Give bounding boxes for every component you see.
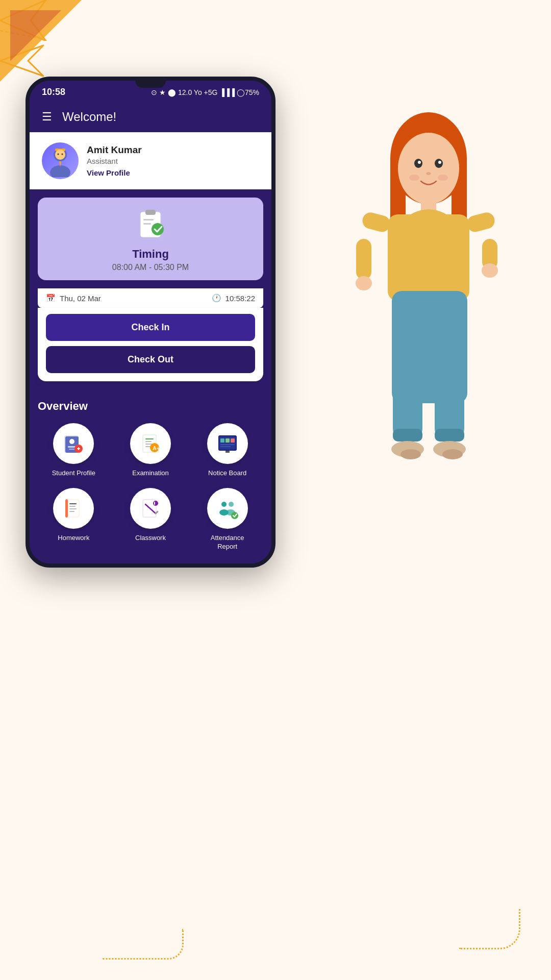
time-text: 10:58:22 — [226, 294, 255, 303]
homework-icon-circle — [53, 488, 94, 529]
svg-rect-42 — [69, 511, 74, 512]
phone-notch — [135, 81, 166, 88]
checkout-button[interactable]: Check Out — [46, 346, 255, 373]
svg-rect-78 — [435, 429, 464, 442]
dotted-decoration-right — [459, 909, 520, 949]
svg-point-4 — [58, 154, 59, 155]
overview-item-notice-board[interactable]: Notice Board — [191, 423, 263, 478]
svg-rect-69 — [356, 239, 371, 280]
profile-name: Amit Kumar — [87, 144, 259, 156]
student-profile-label: Student Profile — [52, 469, 95, 478]
svg-rect-10 — [143, 219, 154, 220]
checkin-button[interactable]: Check In — [46, 314, 255, 341]
svg-rect-34 — [220, 446, 231, 447]
svg-rect-38 — [65, 499, 68, 518]
homework-icon — [62, 497, 85, 520]
dotted-decoration-left — [102, 929, 184, 960]
avatar-svg — [44, 144, 77, 177]
svg-point-3 — [55, 150, 65, 160]
svg-rect-25 — [145, 446, 151, 447]
svg-rect-40 — [69, 506, 76, 507]
svg-point-61 — [438, 161, 441, 164]
svg-rect-41 — [69, 508, 77, 509]
svg-rect-35 — [226, 451, 230, 453]
svg-point-82 — [442, 449, 463, 459]
attendance-report-icon-circle — [207, 488, 248, 529]
overview-item-attendance-report[interactable]: AttendanceReport — [191, 488, 263, 551]
phone-container: 10:58 ⊙ ★ ⬤ 12.0 Yo +5G ▐▐▐ ◯75% ☰ Welco… — [26, 77, 301, 568]
time-display: 🕐 10:58:22 — [212, 293, 255, 303]
svg-rect-39 — [69, 503, 77, 504]
svg-rect-31 — [226, 438, 230, 443]
svg-rect-23 — [145, 441, 152, 442]
svg-point-5 — [62, 154, 63, 155]
calendar-icon: 📅 — [46, 293, 56, 303]
svg-rect-32 — [231, 438, 235, 443]
deco-top-left — [0, 0, 82, 82]
plane-decoration-left — [0, 0, 551, 43]
timing-icon — [48, 208, 253, 243]
date-text: Thu, 02 Mar — [60, 294, 101, 303]
overview-item-homework[interactable]: Homework — [38, 488, 110, 551]
overview-grid: Student Profile A+ — [38, 423, 263, 551]
svg-point-62 — [426, 172, 431, 175]
classwork-label: Classwork — [135, 534, 166, 543]
svg-point-49 — [221, 502, 227, 507]
clipboard-check-icon — [135, 208, 166, 238]
character-figure — [321, 102, 536, 561]
svg-rect-47 — [154, 502, 155, 505]
student-profile-icon-circle — [53, 423, 94, 464]
svg-rect-75 — [393, 327, 422, 439]
svg-point-9 — [152, 223, 164, 235]
overview-item-student-profile[interactable]: Student Profile — [38, 423, 110, 478]
notice-board-icon-circle — [207, 423, 248, 464]
svg-point-60 — [418, 161, 421, 164]
status-icons: ⊙ ★ ⬤ 12.0 Yo +5G ▐▐▐ ◯75% — [151, 88, 259, 96]
datetime-row: 📅 Thu, 02 Mar 🕐 10:58:22 — [38, 288, 263, 308]
svg-rect-22 — [145, 438, 154, 439]
view-profile-link[interactable]: View Profile — [87, 168, 259, 177]
timing-label: Timing — [48, 248, 253, 261]
svg-point-46 — [153, 501, 158, 506]
hamburger-icon[interactable]: ☰ — [42, 110, 52, 124]
status-time: 10:58 — [42, 87, 65, 97]
svg-point-63 — [409, 175, 419, 181]
overview-item-examination[interactable]: A+ Examination — [115, 423, 187, 478]
homework-label: Homework — [58, 534, 89, 543]
checkin-card: Check In Check Out — [38, 308, 263, 381]
svg-rect-70 — [465, 211, 496, 234]
header-bar: ☰ Welcome! — [30, 102, 271, 132]
phone-body: 10:58 ⊙ ★ ⬤ 12.0 Yo +5G ▐▐▐ ◯75% ☰ Welco… — [26, 77, 276, 568]
svg-point-50 — [229, 502, 234, 507]
overview-item-classwork[interactable]: Classwork — [115, 488, 187, 551]
svg-point-53 — [231, 512, 238, 519]
svg-point-72 — [356, 276, 372, 290]
svg-rect-68 — [361, 211, 392, 234]
svg-point-64 — [438, 175, 448, 181]
svg-rect-8 — [145, 210, 156, 215]
attendance-report-label: AttendanceReport — [211, 534, 244, 551]
timing-inner: Timing 08:00 AM - 05:30 PM — [48, 208, 253, 280]
svg-rect-67 — [388, 214, 469, 301]
svg-point-73 — [482, 263, 498, 278]
character-svg — [332, 102, 525, 521]
timing-card: Timing 08:00 AM - 05:30 PM — [38, 198, 263, 280]
clock-icon: 🕐 — [212, 293, 221, 303]
classwork-icon — [139, 497, 162, 520]
examination-icon-circle: A+ — [130, 423, 171, 464]
timing-hours: 08:00 AM - 05:30 PM — [48, 263, 253, 272]
avatar — [42, 142, 79, 179]
classwork-icon-circle — [130, 488, 171, 529]
examination-label: Examination — [132, 469, 169, 478]
svg-rect-30 — [220, 438, 224, 443]
student-profile-icon — [62, 432, 85, 455]
notice-board-icon — [216, 432, 239, 455]
overview-section: Overview — [30, 389, 271, 564]
examination-icon: A+ — [139, 432, 162, 455]
svg-rect-77 — [393, 429, 422, 442]
svg-point-1 — [50, 165, 70, 177]
svg-rect-11 — [143, 223, 151, 225]
svg-rect-16 — [69, 449, 75, 450]
profile-role: Assistant — [87, 157, 259, 165]
svg-rect-76 — [435, 327, 464, 439]
